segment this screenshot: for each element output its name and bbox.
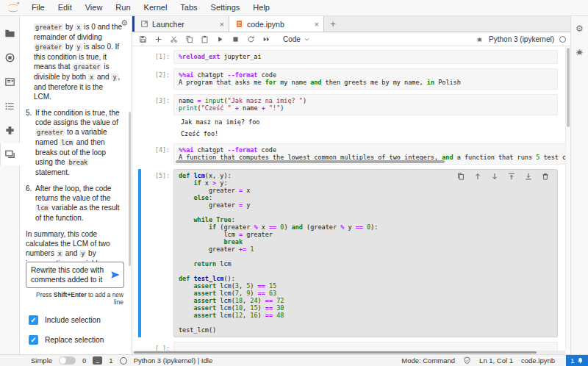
cell-row[interactable]: [ ]: — [138, 342, 558, 351]
insert-below-cell-icon[interactable] — [524, 172, 533, 181]
running-sessions-icon[interactable] — [0, 46, 20, 68]
restart-run-all-icon[interactable] — [262, 35, 270, 43]
cell-row[interactable]: [5]:def lcm(x, y): if x > y: greater = x… — [138, 169, 558, 337]
cell-execution-prompt: [1]: — [144, 50, 173, 64]
cell-toolbar — [456, 172, 550, 181]
cell-input-editor[interactable] — [173, 342, 558, 351]
chevron-down-icon[interactable] — [303, 35, 312, 43]
notebook-mode[interactable]: Mode: Command — [401, 356, 455, 365]
notebook-cell: [5]:def lcm(x, y): if x > y: greater = x… — [138, 169, 558, 337]
ai-chat-icon[interactable] — [0, 143, 20, 165]
replace-selection-checkbox[interactable]: ✓ Replace selection — [29, 335, 124, 345]
code-line — [179, 253, 553, 260]
property-inspector-gears-icon[interactable]: ⚙ — [575, 24, 585, 34]
cell-input-editor[interactable]: %%ai chatgpt --format codeA function tha… — [173, 143, 565, 165]
cell-row[interactable]: [1]:%reload_ext jupyter_ai — [138, 50, 558, 64]
code-line: assert lcm(18, 24) == 72 — [179, 297, 553, 304]
kernel-status-icon[interactable] — [559, 36, 566, 43]
inline-code: x — [88, 73, 95, 81]
paste-icon[interactable] — [200, 35, 209, 43]
right-activity-bar: ⚙ — [570, 16, 588, 354]
notebook-vertical-scrollbar[interactable] — [565, 46, 570, 351]
notebook-icon — [235, 20, 243, 28]
insert-cell-icon[interactable] — [154, 35, 162, 43]
cell-input-editor[interactable]: %reload_ext jupyter_ai — [173, 50, 558, 64]
notifications-badge[interactable]: 1 — [566, 355, 588, 366]
close-tab-icon[interactable]: × — [220, 20, 224, 29]
chat-scrollbar-thumb[interactable] — [129, 112, 131, 266]
trust-shield-icon — [463, 356, 471, 365]
terminal-count[interactable]: 0 — [82, 356, 86, 365]
cell-input-editor[interactable]: name = input("Jak masz na imię? ")print(… — [173, 94, 558, 115]
delete-cell-icon[interactable] — [541, 172, 550, 181]
inline-code: greater — [34, 24, 63, 31]
menu-bar: FileEditViewRunKernelTabsSettingsHelp — [0, 0, 588, 16]
cell-type-dropdown[interactable]: Code — [283, 35, 301, 43]
menu-file[interactable]: File — [25, 3, 51, 12]
menu-tabs[interactable]: Tabs — [173, 3, 204, 12]
cut-icon[interactable] — [169, 35, 178, 43]
kernel-name[interactable]: Python 3 (ipykernel) — [489, 35, 554, 43]
new-tab-button[interactable]: + — [324, 16, 342, 32]
cell-execution-prompt: [2]: — [144, 68, 173, 90]
kernel-count[interactable]: 1 — [109, 356, 112, 365]
copy-icon[interactable] — [184, 35, 193, 43]
notebook-cell: [ ]: — [138, 342, 558, 351]
insert-above-cell-icon[interactable] — [507, 172, 516, 181]
notebook-toolbar: Code Python 3 (ipykernel) — [132, 32, 570, 46]
code-line: greater = x — [179, 187, 553, 194]
chat-message-blocks: greater by x is 0 and the remainder of d… — [26, 22, 124, 262]
cell-hscrollbar-thumb[interactable] — [176, 160, 445, 163]
menu-help[interactable]: Help — [246, 3, 276, 12]
code-line: while True: — [179, 216, 553, 223]
cell-execution-prompt: [3]: — [144, 94, 173, 115]
simple-mode-toggle[interactable] — [59, 356, 76, 365]
menu-settings[interactable]: Settings — [204, 3, 247, 12]
stop-icon[interactable] — [231, 35, 240, 43]
code-line: greater = y — [179, 201, 553, 209]
chat-settings-gear-icon[interactable]: ⚙ — [121, 19, 128, 27]
scrollbar-thumb[interactable] — [567, 48, 570, 127]
active-filename: code.ipynb — [521, 356, 555, 365]
inline-code: y — [75, 43, 82, 51]
property-inspector-icon[interactable] — [0, 71, 20, 93]
move-up-cell-icon[interactable] — [473, 172, 482, 181]
cell-execution-prompt: [5]: — [144, 169, 173, 337]
table-of-contents-icon[interactable] — [0, 95, 20, 117]
cell-row[interactable]: [2]:%%ai chatgpt --format codeA program … — [138, 68, 558, 90]
cell-execution-prompt: [4]: — [144, 143, 173, 165]
send-icon[interactable] — [110, 270, 121, 280]
notebook-cell: [1]:%reload_ext jupyter_ai — [138, 50, 558, 64]
debugger-bug-icon[interactable] — [575, 47, 585, 57]
file-browser-icon[interactable] — [0, 22, 20, 44]
tab-code-ipynb[interactable]: code.ipynb × — [229, 16, 324, 32]
close-tab-icon[interactable]: × — [315, 20, 319, 29]
kernel-status-text[interactable]: Python 3 (ipykernel) | Idle — [134, 356, 213, 365]
cell-input-editor[interactable]: %%ai chatgpt --format codeA program that… — [173, 68, 558, 90]
notebook-cell: [3]:name = input("Jak masz na imię? ")pr… — [138, 94, 558, 139]
extensions-icon[interactable] — [0, 119, 20, 141]
move-down-cell-icon[interactable] — [490, 172, 499, 181]
menu-view[interactable]: View — [79, 3, 110, 12]
duplicate-cell-icon[interactable] — [456, 172, 465, 181]
menu-run[interactable]: Run — [109, 3, 137, 12]
restart-kernel-icon[interactable] — [246, 35, 255, 43]
debugger-bug-icon[interactable] — [475, 35, 484, 43]
scrollbar-thumb[interactable] — [134, 351, 537, 354]
cell-row[interactable]: [3]:name = input("Jak masz na imię? ")pr… — [138, 94, 558, 115]
menu-kernel[interactable]: Kernel — [137, 3, 174, 12]
inline-code: x — [75, 24, 82, 31]
include-selection-checkbox[interactable]: ✓ Include selection — [29, 315, 124, 325]
menu-edit[interactable]: Edit — [51, 3, 79, 12]
cell-input-editor[interactable]: def lcm(x, y): if x > y: greater = x els… — [173, 169, 558, 337]
save-icon[interactable] — [138, 35, 147, 43]
chat-input[interactable]: Rewrite this code with comments added to… — [26, 262, 124, 288]
run-icon[interactable] — [215, 35, 224, 43]
cursor-position[interactable]: Ln 1, Col 1 — [479, 356, 513, 365]
code-line: assert lcm(12, 16) == 48 — [179, 312, 553, 319]
inline-code: greater — [35, 129, 65, 136]
cell-row[interactable]: [4]:%%ai chatgpt --format codeA function… — [138, 143, 558, 165]
selected-cell-bar — [138, 169, 141, 337]
tab-launcher[interactable]: Launcher × — [135, 16, 229, 32]
jupyter-logo-icon — [6, 2, 21, 14]
